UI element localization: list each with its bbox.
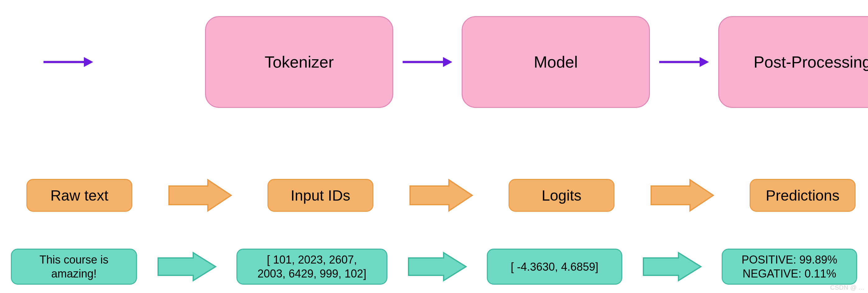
pipeline-box-label: Model: [534, 53, 578, 71]
arrow-tokenizer-to-model-icon: [403, 53, 452, 71]
example-text-line: POSITIVE: 99.89%: [742, 253, 837, 267]
example-text-line: amazing!: [51, 267, 97, 281]
pipeline-box-tokenizer: Tokenizer: [205, 16, 393, 108]
block-arrow-orange-icon: [408, 178, 474, 212]
svg-marker-1: [84, 57, 93, 67]
stage-label-input-ids: Input IDs: [268, 179, 373, 212]
watermark: CSDN @ ...: [830, 284, 864, 291]
arrow-into-tokenizer-icon: [43, 53, 93, 71]
stage-label-predictions: Predictions: [750, 179, 856, 212]
stage-label-text: Input IDs: [290, 187, 350, 204]
svg-marker-3: [443, 57, 452, 67]
arrow-model-to-post-icon: [659, 53, 709, 71]
pipeline-row: Tokenizer Model Post-Processing: [0, 12, 868, 112]
example-text-line: 2003, 6429, 999, 102]: [257, 267, 366, 281]
pipeline-box-postprocessing: Post-Processing: [718, 16, 868, 108]
block-arrow-orange-icon: [650, 178, 715, 212]
example-predictions: POSITIVE: 99.89% NEGATIVE: 0.11%: [722, 249, 857, 285]
block-arrow-teal-icon: [642, 251, 703, 282]
example-input-ids: [ 101, 2023, 2607, 2003, 6429, 999, 102]: [237, 249, 388, 285]
example-text-line: This course is: [39, 253, 108, 267]
pipeline-box-model: Model: [462, 16, 650, 108]
svg-marker-13: [643, 253, 701, 281]
svg-marker-11: [158, 253, 216, 281]
example-raw-text: This course is amazing!: [11, 249, 137, 285]
stage-label-text: Predictions: [766, 187, 839, 204]
example-text-line: NEGATIVE: 0.11%: [743, 267, 836, 281]
svg-marker-8: [169, 180, 231, 211]
block-arrow-teal-icon: [407, 251, 468, 282]
example-text-line: [ -4.3630, 4.6859]: [511, 260, 598, 274]
pipeline-box-label: Post-Processing: [754, 53, 868, 71]
svg-marker-5: [700, 57, 709, 67]
pipeline-box-label: Tokenizer: [265, 53, 334, 71]
example-row: This course is amazing! [ 101, 2023, 260…: [0, 248, 868, 285]
block-arrow-orange-icon: [167, 178, 233, 212]
block-arrow-teal-icon: [157, 251, 217, 282]
svg-marker-12: [408, 253, 466, 281]
example-logits: [ -4.3630, 4.6859]: [487, 249, 622, 285]
example-text-line: [ 101, 2023, 2607,: [267, 253, 357, 267]
svg-marker-10: [651, 180, 713, 211]
stage-label-raw-text: Raw text: [26, 179, 132, 212]
watermark-text: CSDN @ ...: [830, 284, 864, 291]
svg-marker-9: [410, 180, 472, 211]
stage-label-text: Raw text: [50, 187, 108, 204]
stages-row: Raw text Input IDs Logits Predictions: [0, 177, 868, 214]
stage-label-text: Logits: [541, 187, 581, 204]
stage-label-logits: Logits: [508, 179, 615, 212]
